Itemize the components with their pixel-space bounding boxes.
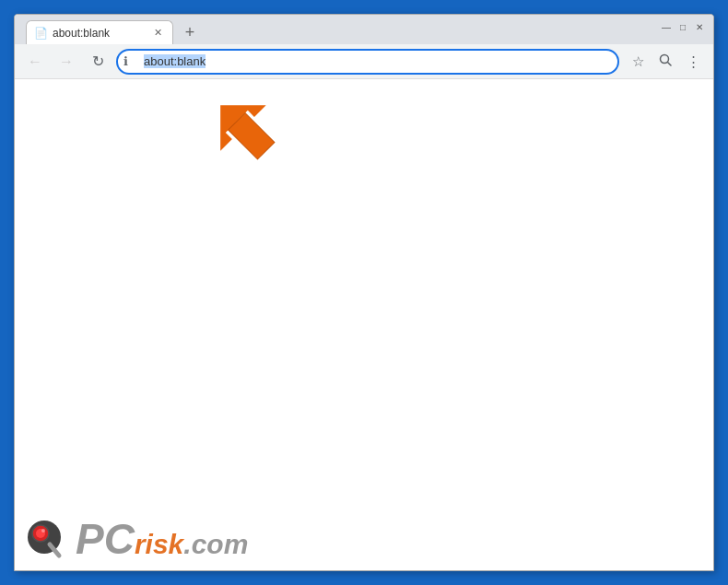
new-tab-button[interactable]: + — [177, 20, 203, 44]
watermark-brand-text: PC risk .com — [76, 518, 248, 560]
toolbar: ← → ↻ ℹ ☆ ⋮ — [15, 44, 713, 79]
forward-icon: → — [59, 53, 74, 70]
browser-tab[interactable]: 📄 about:blank ✕ — [26, 20, 173, 44]
bookmark-icon: ☆ — [632, 53, 644, 70]
browser-window: 📄 about:blank ✕ + — □ ✕ ← → ↻ ℹ ☆ — [14, 14, 714, 571]
tab-favicon-icon: 📄 — [34, 27, 47, 40]
address-bar-wrap: ℹ — [116, 49, 619, 75]
minimize-button[interactable]: — — [660, 20, 673, 33]
info-icon: ℹ — [123, 54, 128, 68]
search-icon — [659, 53, 672, 69]
refresh-icon: ↻ — [92, 53, 104, 70]
back-button[interactable]: ← — [22, 49, 48, 75]
search-button[interactable] — [652, 49, 678, 75]
refresh-button[interactable]: ↻ — [85, 49, 111, 75]
close-button[interactable]: ✕ — [693, 20, 706, 33]
pcrisk-logo-icon — [24, 517, 68, 561]
watermark-pc: PC — [76, 518, 135, 560]
back-icon: ← — [28, 53, 42, 70]
arrow-annotation — [199, 88, 300, 181]
window-controls: — □ ✕ — [660, 20, 706, 33]
menu-button[interactable]: ⋮ — [680, 49, 706, 75]
svg-point-8 — [41, 529, 45, 532]
tab-title: about:blank — [53, 27, 145, 40]
watermark-risk: risk — [135, 531, 183, 558]
address-bar[interactable] — [116, 49, 619, 75]
tab-close-button[interactable]: ✕ — [150, 26, 165, 41]
toolbar-right: ☆ ⋮ — [625, 49, 706, 75]
forward-button[interactable]: → — [53, 49, 79, 75]
svg-line-1 — [668, 63, 672, 66]
watermark: PC risk .com — [24, 517, 248, 561]
menu-icon: ⋮ — [687, 53, 700, 70]
bookmark-button[interactable]: ☆ — [625, 49, 651, 75]
maximize-button[interactable]: □ — [676, 20, 689, 33]
page-content: PC risk .com — [15, 79, 713, 570]
tab-bar: 📄 about:blank ✕ + — [22, 15, 203, 44]
watermark-com: .com — [183, 531, 248, 558]
title-bar: 📄 about:blank ✕ + — □ ✕ — [15, 15, 713, 44]
